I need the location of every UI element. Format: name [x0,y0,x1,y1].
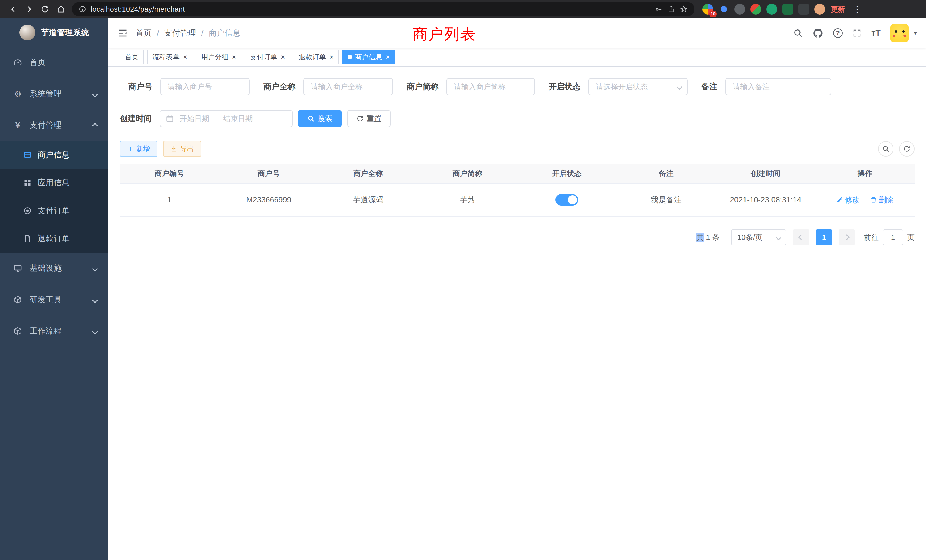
delete-link[interactable]: 删除 [870,195,894,205]
page-annotation: 商户列表 [412,24,476,45]
search-icon[interactable] [793,28,803,38]
refresh-table-button[interactable] [899,141,915,157]
app-logo[interactable]: 芋道管理系统 [0,18,108,47]
merchant-table: 商户编号 商户号 商户全称 商户简称 开启状态 备注 创建时间 操作 1 M23… [120,163,915,217]
tab-refund-order[interactable]: 退款订单× [294,50,339,64]
extension-badge: 10 [709,11,717,17]
sidebar-item-infrastructure[interactable]: 基础设施 [0,253,108,284]
edit-link[interactable]: 修改 [837,195,860,205]
share-icon[interactable] [667,5,675,13]
home-icon[interactable] [54,2,68,17]
toggle-search-button[interactable] [878,141,894,157]
screen: localhost:1024/pay/merchant 10 更新 ⋮ 芋道管理… [0,0,926,560]
back-icon[interactable] [6,2,21,17]
page-unit-label: 页 [907,232,915,242]
grid-icon [23,179,32,187]
forward-icon[interactable] [22,2,36,17]
tab-process-form[interactable]: 流程表单× [147,50,192,64]
merchant-short-name-input[interactable] [446,78,535,95]
yen-icon: ¥ [12,120,23,130]
profile-avatar-icon[interactable] [814,4,825,15]
tab-user-group[interactable]: 用户分组× [196,50,241,64]
close-icon[interactable]: × [183,53,187,61]
cell-full-name: 芋道源码 [318,195,418,205]
active-dot-icon [348,55,352,59]
github-icon[interactable] [813,28,823,38]
password-key-icon[interactable] [655,5,663,13]
breadcrumb-separator: / [157,29,159,38]
remark-input[interactable] [725,78,831,95]
extension-green-circle-icon[interactable] [766,4,777,15]
tab-pay-order[interactable]: 支付订单× [245,50,290,64]
extensions-pin-icon[interactable] [798,4,809,15]
status-select[interactable]: 请选择开启状态 [589,78,688,95]
col-header: 商户号 [219,168,319,179]
cell-remark: 我是备注 [617,195,716,205]
close-icon[interactable]: × [386,53,390,61]
font-size-icon[interactable]: тT [871,28,881,38]
chevron-up-icon [93,121,97,130]
extension-bluedot-icon[interactable] [719,4,729,15]
extension-dark-icon[interactable] [734,4,745,15]
site-info-icon[interactable] [79,5,86,13]
extension-green-square-icon[interactable] [782,4,793,15]
breadcrumb-current: 商户信息 [209,28,241,38]
browser-toolbar: localhost:1024/pay/merchant 10 更新 ⋮ [0,0,926,18]
sidebar-item-merchant-info[interactable]: 商户信息 [0,141,108,169]
add-button[interactable]: ＋ 新增 [120,141,157,157]
breadcrumb-payment[interactable]: 支付管理 [164,28,196,38]
start-date-placeholder: 开始日期 [180,114,209,124]
fullscreen-icon[interactable] [852,29,862,38]
sidebar-fold-icon[interactable] [118,28,128,38]
address-bar[interactable]: localhost:1024/pay/merchant [72,2,694,16]
page-size-select[interactable]: 10条/页 [731,229,786,245]
tab-merchant-info[interactable]: 商户信息× [342,50,395,64]
sidebar-item-home[interactable]: 首页 [0,47,108,78]
sidebar: 芋道管理系统 首页 ⚙ 系统管理 ¥ 支付管理 商户信息 应用信息 [0,18,108,560]
chevron-down-icon [776,235,781,241]
date-range-picker[interactable]: 开始日期 - 结束日期 [160,110,292,127]
sidebar-item-system[interactable]: ⚙ 系统管理 [0,78,108,109]
gear-icon: ⚙ [12,89,23,99]
goto-page-input[interactable] [883,229,903,245]
merchant-full-name-input[interactable] [303,78,393,95]
extension-pinwheel-icon[interactable]: 10 [702,4,713,15]
merchant-card-icon [23,151,32,159]
sidebar-item-label: 工作流程 [30,325,62,336]
extension-colorful-icon[interactable] [750,4,761,15]
sidebar-item-payment[interactable]: ¥ 支付管理 [0,109,108,141]
page-number-button[interactable]: 1 [816,229,832,245]
prev-page-button[interactable] [793,229,809,245]
next-page-button[interactable] [839,229,855,245]
reload-icon[interactable] [38,2,53,17]
sidebar-item-refund-order[interactable]: 退款订单 [0,225,108,253]
merchant-no-input[interactable] [160,78,250,95]
sidebar-item-workflow[interactable]: 工作流程 [0,315,108,347]
help-icon[interactable]: ? [833,28,843,38]
search-button[interactable]: 搜索 [298,110,342,127]
browser-menu-icon[interactable]: ⋮ [851,4,864,14]
tab-home[interactable]: 首页 [120,50,144,64]
export-button[interactable]: 导出 [163,141,201,157]
close-icon[interactable]: × [280,53,285,61]
url-text[interactable]: localhost:1024/pay/merchant [91,5,650,14]
trash-icon [870,197,877,203]
bookmark-star-icon[interactable] [680,5,688,13]
chevron-left-icon [798,235,804,240]
cell-merchant-no: M233666999 [219,195,319,204]
close-icon[interactable]: × [232,53,236,61]
sidebar-item-dev-tools[interactable]: 研发工具 [0,284,108,315]
sidebar-item-pay-order[interactable]: 支付订单 [0,197,108,225]
sidebar-item-app-info[interactable]: 应用信息 [0,169,108,197]
goto-label: 前往 [864,232,879,242]
browser-update-button[interactable]: 更新 [831,5,845,14]
breadcrumb-home[interactable]: 首页 [136,28,152,38]
close-icon[interactable]: × [330,53,334,61]
user-avatar[interactable] [890,24,909,42]
col-header: 备注 [617,168,716,179]
user-caret-down-icon[interactable]: ▾ [914,29,917,37]
status-toggle[interactable] [555,194,578,206]
cell-short-name: 芋艿 [418,195,517,205]
reset-button[interactable]: 重置 [347,110,390,127]
col-header: 商户全称 [318,168,418,179]
